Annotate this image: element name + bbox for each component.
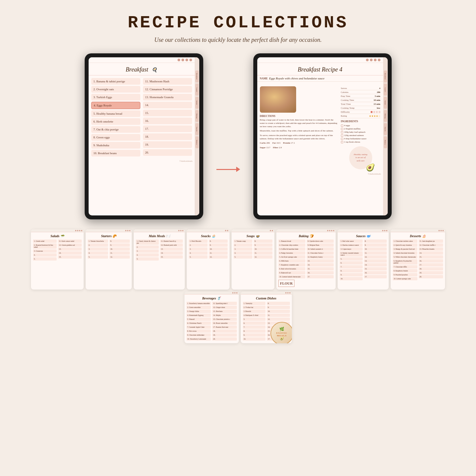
custom-item-8[interactable]: 8. bbox=[243, 329, 266, 333]
recipe-item-8[interactable]: 8. Green eggs bbox=[91, 134, 140, 141]
beverages-item-7[interactable]: 7. Caramel Apple Cider bbox=[186, 325, 211, 329]
salads-item-5[interactable]: 5. bbox=[33, 257, 57, 261]
baking-item-20[interactable]: 17. bbox=[307, 275, 334, 278]
baking-item-11[interactable]: 8. Upside-down cake bbox=[307, 239, 334, 243]
snacks-item-2[interactable]: 2. bbox=[189, 243, 208, 247]
mains-item-11[interactable]: 11. Runner bean & p bbox=[160, 239, 183, 243]
salads-item-4[interactable]: 4. bbox=[33, 253, 57, 257]
sauces-item-2[interactable]: 2. Harrisa romesco sauce bbox=[340, 243, 363, 247]
sauces-item-1[interactable]: 1. Red wine sauce bbox=[340, 239, 363, 243]
sidebar-tab-snacks[interactable]: Snacks bbox=[195, 123, 199, 135]
beverages-item-2[interactable]: 2. Green smoothie bbox=[186, 306, 211, 309]
recipe-item-18[interactable]: 18. bbox=[143, 133, 192, 140]
snacks-item-4[interactable]: 4. bbox=[189, 251, 208, 255]
custom-item-6[interactable]: 6. bbox=[243, 322, 266, 325]
recipe-item-9[interactable]: 9. Shakshuka bbox=[91, 142, 140, 149]
baking-item-8[interactable]: 8. Red velvet brownies bbox=[278, 267, 305, 270]
recipe-item-10[interactable]: 10. Breakfast beans bbox=[91, 150, 140, 156]
desserts-item-8[interactable]: 8. Raspberry brulee bbox=[393, 269, 417, 272]
beverages-item-15[interactable]: 15. Chocolate protein s bbox=[212, 318, 237, 321]
recipe-item-7[interactable]: 7. Oat & chia porrige bbox=[91, 126, 140, 133]
sauces-item-14[interactable]: 11. bbox=[364, 251, 387, 255]
desserts-item-14[interactable]: 14. bbox=[419, 251, 443, 255]
soups-item-10[interactable]: 10. bbox=[254, 247, 272, 251]
baking-item-4[interactable]: 4. Fudgy brownies bbox=[278, 251, 305, 255]
beverages-item-12[interactable]: 12. Ginger shots bbox=[212, 306, 237, 309]
sauces-item-9[interactable]: 9. bbox=[340, 273, 363, 276]
recipe-item-14[interactable]: 14. bbox=[143, 102, 192, 108]
snacks-item-8[interactable]: 8. bbox=[209, 239, 228, 243]
desserts-item-2[interactable]: 2. Quick & easy tiramisu bbox=[393, 243, 417, 247]
custom-item-2[interactable]: 2. Tvobar bai bbox=[243, 306, 266, 309]
snacks-item-1[interactable]: 1. Pork Biscuits bbox=[189, 239, 208, 243]
sauces-item-10[interactable]: 10. bbox=[340, 277, 363, 280]
salads-item-15[interactable]: 15. bbox=[58, 255, 82, 259]
desserts-item-13[interactable]: 13. Pistachio tiramis bbox=[419, 247, 443, 251]
ingredient-checkbox-5[interactable] bbox=[341, 138, 343, 140]
salads-item-3[interactable]: 3. Couscous bbox=[33, 249, 57, 253]
custom-item-3[interactable]: 3. Borscht bbox=[243, 310, 266, 313]
beverages-item-19[interactable]: 19. bbox=[212, 333, 237, 337]
desserts-item-6[interactable]: 6. Raspberry & pistachio parfait bbox=[393, 259, 417, 265]
snacks-item-11[interactable]: 11. bbox=[209, 251, 228, 255]
baking-item-16[interactable]: 13. bbox=[307, 259, 334, 263]
soups-item-12[interactable]: 12. bbox=[254, 255, 272, 259]
desserts-item-4[interactable]: 4. Salted chocolate brownies bbox=[393, 251, 417, 255]
mains-item-2[interactable]: 2. bbox=[136, 245, 159, 249]
baking-item-1[interactable]: 1. Banana bread bbox=[278, 239, 305, 243]
desserts-item-16[interactable]: 16. bbox=[419, 259, 443, 263]
sauces-item-17[interactable]: 14. bbox=[364, 263, 387, 266]
desserts-item-11[interactable]: 11. Jam doughnut pu bbox=[419, 239, 443, 243]
beverages-item-10[interactable]: 10. Strawberry Lemonade bbox=[186, 337, 211, 341]
soups-item-11[interactable]: 11. bbox=[254, 251, 272, 255]
right-sidebar-tab-snacks[interactable]: Snacks bbox=[384, 123, 387, 135]
custom-item-4[interactable]: 4. Batlnjaan Z-Alud bbox=[243, 314, 266, 317]
salads-item-11[interactable]: 11. Kale caesar salad bbox=[58, 239, 82, 243]
starters-item-5[interactable]: 5. bbox=[88, 255, 108, 259]
recipe-item-20[interactable]: 20. bbox=[143, 149, 192, 156]
ingredient-checkbox-2[interactable] bbox=[341, 128, 343, 130]
recipe-item-1[interactable]: 1. Banana & tahini porrige bbox=[91, 78, 140, 85]
baking-item-10[interactable]: 10. Lemon baked cheesecake bbox=[278, 275, 305, 278]
recipe-item-2[interactable]: 2. Overnight oats bbox=[91, 86, 140, 93]
recipe-item-15[interactable]: 15. bbox=[143, 110, 192, 116]
sauces-item-18[interactable]: 15. bbox=[364, 267, 387, 270]
snacks-item-5[interactable]: 5. bbox=[189, 255, 208, 259]
starters-item-4[interactable]: 4. bbox=[88, 251, 108, 255]
salads-item-12[interactable]: 12. Green goddess sal bbox=[58, 243, 82, 247]
salads-item-14[interactable]: 14. bbox=[58, 251, 82, 255]
mains-item-13[interactable]: 13. bbox=[160, 247, 183, 251]
ingredient-checkbox-6[interactable] bbox=[341, 141, 343, 143]
soups-item-2[interactable]: 2. bbox=[234, 243, 252, 247]
mains-item-1[interactable]: 1. Chard, lemon & cheese pie bbox=[136, 239, 159, 245]
recipe-item-5[interactable]: 5. Healthy banana bread bbox=[91, 110, 140, 117]
sauces-item-5[interactable]: 5. bbox=[340, 257, 363, 261]
sauces-item-19[interactable]: 16. bbox=[364, 271, 387, 274]
beverages-item-5[interactable]: 5. Wassail bbox=[186, 318, 211, 321]
custom-item-14[interactable]: 11. bbox=[267, 314, 290, 317]
sauces-item-4[interactable]: 4. Smoky roasted tomato sauce bbox=[340, 251, 363, 257]
custom-item-13[interactable]: 10. bbox=[267, 310, 290, 313]
beverages-item-3[interactable]: 3. Orange Julius bbox=[186, 310, 211, 313]
desserts-item-19[interactable]: 19. bbox=[419, 271, 443, 274]
sauces-item-16[interactable]: 13. bbox=[364, 259, 387, 263]
beverages-item-8[interactable]: 8. Hot cocoa bbox=[186, 329, 211, 333]
beverages-item-4[interactable]: 4. Homemade Eggnog bbox=[186, 314, 211, 317]
recipe-item-12[interactable]: 12. Cinnamon Porridge bbox=[143, 86, 192, 93]
recipe-item-13[interactable]: 13. Homemade Granola bbox=[143, 94, 192, 100]
recipe-item-17[interactable]: 17. bbox=[143, 126, 192, 132]
right-sidebar-tab-baking[interactable]: Baking bbox=[384, 110, 387, 122]
desserts-item-9[interactable]: 9. Poached peaches bbox=[393, 273, 417, 276]
beverages-item-18[interactable]: 18. bbox=[212, 329, 237, 333]
beverages-item-17[interactable]: 17. Passion fruit mui bbox=[212, 325, 237, 329]
sauces-item-3[interactable]: 3. Cajun mayo bbox=[340, 247, 363, 251]
sauces-item-13[interactable]: 10. bbox=[364, 247, 387, 251]
desserts-item-10[interactable]: 10. Lemon sponge cake bbox=[393, 277, 417, 280]
soups-item-8[interactable]: 8. bbox=[254, 239, 272, 243]
beverages-item-1[interactable]: 1. Strawberry banana smoothie bbox=[186, 302, 211, 305]
right-sidebar-tab-breakfast[interactable]: Breakfast bbox=[384, 70, 387, 82]
ingredient-checkbox-1[interactable] bbox=[341, 125, 343, 127]
desserts-item-17[interactable]: 17. bbox=[419, 263, 443, 266]
custom-item-12[interactable]: 9. bbox=[267, 306, 290, 309]
right-sidebar-tab-lunch[interactable]: Lunch bbox=[384, 84, 387, 96]
